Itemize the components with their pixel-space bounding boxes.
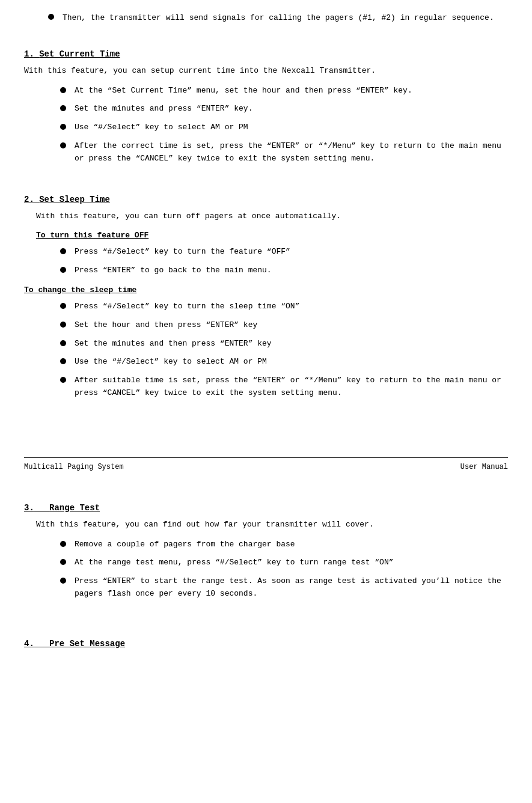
section-3-number: 3. [24,503,34,513]
intro-bullet: Then, the transmitter will send signals … [24,12,508,25]
section-3: 3. Range Test With this feature, you can… [24,503,508,600]
section-2-heading: Set Sleep Time [39,195,110,204]
bullet-icon [60,541,66,547]
list-item: Set the minutes and then press “ENTER” k… [24,338,508,350]
section-4-heading: Pre Set Message [49,639,125,649]
list-item: After suitable time is set, press the “E… [24,374,508,400]
bullet-icon [60,340,66,346]
list-item: Press “#/Select” key to turn the sleep t… [24,301,508,313]
section-3-bullets: Remove a couple of pagers from the charg… [24,539,508,600]
bullet-icon [60,322,66,328]
list-item: Set the hour and then press “ENTER” key [24,319,508,332]
section-1-heading: Set Current Time [39,49,120,59]
footer-right: User Manual [460,463,508,471]
section-1-bullets: At the “Set Current Time” menu, set the … [24,85,508,165]
bullet-icon [60,142,66,148]
footer: Multicall Paging System User Manual [24,463,508,471]
list-item: At the “Set Current Time” menu, set the … [24,85,508,97]
bullet-icon [60,124,66,130]
subsection-off-title: To turn this feature OFF [36,231,508,240]
bullet-text: Press “#/Select” key to turn the sleep t… [75,301,508,313]
bullet-icon [48,14,54,20]
bullet-text: Use “#/Select” key to select AM or PM [75,121,508,134]
list-item: After the correct time is set, press the… [24,140,508,165]
section-4-number: 4. [24,639,34,649]
subsection-off-bullets: Press “#/Select” key to turn the feature… [24,246,508,277]
subsection-change-title: To change the sleep time [24,285,508,295]
bullet-text: After the correct time is set, press the… [75,140,508,165]
bullet-icon [60,105,66,111]
list-item: Remove a couple of pagers from the charg… [24,539,508,551]
bullet-icon [60,578,66,584]
subsection-change-bullets: Press “#/Select” key to turn the sleep t… [24,301,508,400]
bullet-icon [60,377,66,383]
bullet-text: Press “#/Select” key to turn the feature… [75,246,508,258]
bullet-text: Set the minutes and press “ENTER” key. [75,103,508,115]
bullet-text: At the “Set Current Time” menu, set the … [75,85,508,97]
bullet-text: Press “ENTER” to start the range test. A… [75,575,508,600]
bullet-text: Set the hour and then press “ENTER” key [75,319,508,332]
intro-text: Then, the transmitter will send signals … [63,12,508,25]
footer-divider [24,457,508,458]
bullet-text: Use the “#/Select” key to select AM or P… [75,356,508,368]
section-4: 4. Pre Set Message [24,639,508,649]
bullet-text: At the range test menu, press “#/Select”… [75,557,508,569]
section-1-title: 1. Set Current Time [24,49,508,59]
list-item: Press “ENTER” to go back to the main men… [24,264,508,277]
section-3-intro: With this feature, you can find out how … [24,519,508,531]
section-4-title: 4. Pre Set Message [24,639,508,649]
bullet-icon [60,267,66,273]
bullet-icon [60,87,66,93]
section-1-number: 1. [24,49,34,59]
section-1: 1. Set Current Time With this feature, y… [24,49,508,165]
list-item: Set the minutes and press “ENTER” key. [24,103,508,115]
list-item: At the range test menu, press “#/Select”… [24,557,508,569]
footer-left: Multicall Paging System [24,463,124,471]
section-3-title: 3. Range Test [24,503,508,513]
section-2-number: 2. [24,195,34,204]
bullet-icon [60,559,66,565]
bullet-icon [60,358,66,364]
bullet-text: Remove a couple of pagers from the charg… [75,539,508,551]
bullet-icon [60,248,66,254]
list-item: Press “ENTER” to start the range test. A… [24,575,508,600]
bullet-text: After suitable time is set, press the “E… [75,374,508,400]
section-2-title: 2. Set Sleep Time [24,195,508,204]
bullet-text: Set the minutes and then press “ENTER” k… [75,338,508,350]
list-item: Use the “#/Select” key to select AM or P… [24,356,508,368]
section-3-heading: Range Test [49,503,100,513]
section-1-intro: With this feature, you can setup current… [24,65,508,78]
list-item: Use “#/Select” key to select AM or PM [24,121,508,134]
bullet-text: Press “ENTER” to go back to the main men… [75,264,508,277]
bullet-icon [60,303,66,309]
section-2: 2. Set Sleep Time With this feature, you… [24,195,508,400]
list-item: Press “#/Select” key to turn the feature… [24,246,508,258]
section-2-intro: With this feature, you can turn off page… [24,210,508,223]
